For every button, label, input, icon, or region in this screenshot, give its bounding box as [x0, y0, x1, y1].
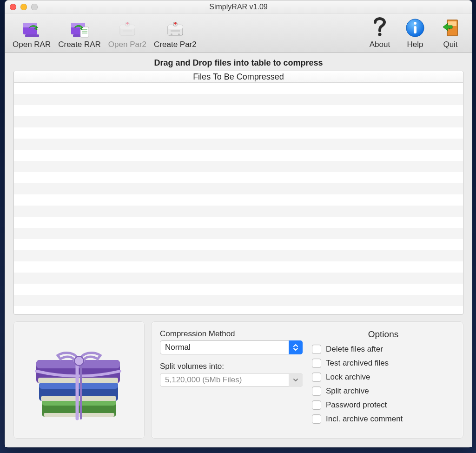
open-par2-label: Open Par2: [108, 40, 146, 49]
titlebar[interactable]: SimplyRAR v1.09: [5, 0, 472, 14]
table-row[interactable]: [14, 206, 463, 217]
files-table-rows[interactable]: [14, 83, 463, 314]
create-rar-label: Create RAR: [58, 40, 101, 49]
open-par2-icon: [116, 17, 139, 39]
help-button[interactable]: Help: [397, 17, 433, 49]
checkbox[interactable]: [312, 345, 321, 354]
checkbox[interactable]: [312, 373, 321, 382]
create-par2-button[interactable]: Create Par2: [150, 17, 200, 49]
svg-rect-17: [171, 30, 180, 32]
svg-rect-13: [123, 30, 132, 32]
table-row[interactable]: [14, 139, 463, 150]
about-button[interactable]: About: [362, 17, 397, 49]
svg-rect-9: [82, 33, 87, 33]
drop-hint: Drag and Drop files into table to compre…: [13, 58, 463, 68]
option-label: Split archive: [326, 386, 369, 396]
open-rar-label: Open RAR: [13, 40, 51, 49]
open-par2-button: Open Par2: [105, 17, 150, 49]
option-label: Password protect: [326, 400, 387, 410]
table-row[interactable]: [14, 239, 463, 250]
quit-icon: [439, 17, 462, 39]
table-row[interactable]: [14, 250, 463, 261]
create-rar-button[interactable]: Create RAR: [54, 17, 105, 49]
options-title: Options: [312, 329, 455, 340]
options-group: Options Delete files after Test archived…: [312, 329, 455, 434]
option-lock-archive[interactable]: Lock archive: [312, 370, 455, 384]
svg-point-22: [414, 22, 416, 25]
option-split-archive[interactable]: Split archive: [312, 384, 455, 398]
option-label: Lock archive: [326, 373, 370, 382]
svg-point-19: [178, 33, 180, 35]
svg-rect-7: [82, 29, 87, 30]
table-row[interactable]: [14, 295, 463, 306]
table-row[interactable]: [14, 261, 463, 273]
files-table-header: Files To Be Compressed: [14, 71, 463, 83]
question-icon: [369, 17, 391, 39]
checkbox[interactable]: [312, 414, 321, 424]
split-volumes-select[interactable]: 5,120,000 (5Mb Files): [160, 373, 303, 387]
option-password-protect[interactable]: Password protect: [312, 398, 455, 412]
table-row[interactable]: [14, 94, 463, 105]
about-label: About: [370, 40, 390, 49]
create-par2-icon: [164, 17, 186, 39]
svg-point-20: [378, 33, 381, 36]
checkbox[interactable]: [312, 400, 321, 410]
content-area: Drag and Drop files into table to compre…: [5, 53, 472, 447]
window-title: SimplyRAR v1.09: [209, 3, 267, 11]
table-row[interactable]: [14, 284, 463, 295]
svg-rect-2: [25, 34, 39, 37]
split-volumes-value[interactable]: 5,120,000 (5Mb Files): [160, 373, 303, 387]
option-test-archived-files[interactable]: Test archived files: [312, 356, 455, 370]
open-rar-icon: [20, 17, 43, 39]
files-table[interactable]: Files To Be Compressed: [13, 71, 463, 315]
table-row[interactable]: [14, 161, 463, 172]
app-window: SimplyRAR v1.09 Open RAR: [5, 0, 472, 447]
svg-rect-30: [44, 413, 114, 417]
compression-settings: Compression Method Normal Split volumes …: [160, 329, 303, 434]
table-row[interactable]: [14, 116, 463, 127]
compression-method-label: Compression Method: [160, 329, 303, 339]
traffic-lights: [10, 4, 38, 10]
close-window-button[interactable]: [10, 4, 16, 10]
toolbar: Open RAR Create RAR: [5, 14, 472, 53]
table-row[interactable]: [14, 194, 463, 206]
minimize-window-button[interactable]: [20, 4, 27, 10]
checkbox[interactable]: [312, 359, 321, 368]
svg-point-37: [74, 356, 84, 366]
logo-panel: [13, 321, 145, 439]
fullscreen-window-button[interactable]: [31, 4, 38, 10]
table-row[interactable]: [14, 273, 463, 284]
compression-method-value[interactable]: Normal: [160, 340, 303, 354]
table-row[interactable]: [14, 228, 463, 239]
svg-rect-23: [414, 26, 416, 33]
create-par2-label: Create Par2: [154, 40, 197, 49]
bottom-panels: Compression Method Normal Split volumes …: [13, 321, 463, 439]
settings-panel: Compression Method Normal Split volumes …: [151, 321, 463, 439]
table-row[interactable]: [14, 127, 463, 139]
table-row[interactable]: [14, 217, 463, 228]
table-row[interactable]: [14, 150, 463, 161]
open-rar-button[interactable]: Open RAR: [9, 17, 54, 49]
option-incl-archive-comment[interactable]: Incl. archive comment: [312, 412, 455, 426]
info-icon: [404, 17, 426, 39]
table-row[interactable]: [14, 105, 463, 116]
quit-label: Quit: [443, 40, 457, 49]
checkbox[interactable]: [312, 386, 321, 396]
books-icon: [28, 330, 130, 430]
table-row[interactable]: [14, 83, 463, 94]
svg-point-18: [171, 33, 172, 35]
create-rar-icon: [68, 17, 91, 39]
help-label: Help: [407, 40, 423, 49]
option-label: Delete files after: [326, 345, 383, 354]
option-label: Incl. archive comment: [326, 414, 403, 424]
svg-rect-8: [82, 31, 87, 32]
table-row[interactable]: [14, 183, 463, 194]
quit-button[interactable]: Quit: [433, 17, 468, 49]
option-delete-files-after[interactable]: Delete files after: [312, 342, 455, 356]
table-row[interactable]: [14, 172, 463, 183]
split-volumes-label: Split volumes into:: [160, 362, 303, 371]
compression-method-select[interactable]: Normal: [160, 340, 303, 354]
option-label: Test archived files: [326, 359, 389, 368]
